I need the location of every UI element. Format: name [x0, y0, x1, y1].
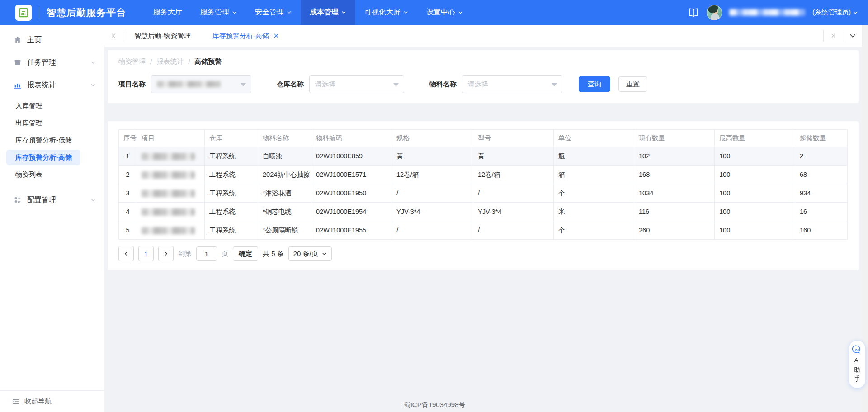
- tab-material-management[interactable]: 智慧后勤-物资管理: [123, 25, 202, 47]
- chevron-down-icon: [287, 10, 292, 15]
- home-icon: [14, 36, 22, 44]
- warehouse-name-select[interactable]: 请选择: [309, 75, 404, 93]
- reports-submenu: 入库管理 出库管理 库存预警分析-低储 库存预警分析-高储 物资列表: [0, 96, 104, 189]
- filter-card: 物资管理 / 报表统计 / 高储预警 项目名称 仓库名称 请选择: [108, 50, 859, 103]
- user-avatar[interactable]: [707, 5, 722, 20]
- table-row: 2 工程系统 2024新中心抽擦手纸 02WJ1000E1571 12卷/箱 1…: [119, 166, 848, 184]
- table-header-row: 序号 项目 仓库 物料名称 物料编码 规格 型号 单位 现有数量 最高数量 超储…: [119, 130, 848, 147]
- ai-assistant-icon: AI: [852, 344, 863, 355]
- col-max-qty: 最高数量: [715, 130, 795, 147]
- tabs-menu-chevron-icon[interactable]: [843, 25, 862, 47]
- sidebar-item-outbound[interactable]: 出库管理: [6, 115, 80, 131]
- page-size-value: 20 条/页: [293, 250, 318, 258]
- project-cell-redacted: [142, 171, 195, 179]
- breadcrumb: 物资管理 / 报表统计 / 高储预警: [118, 57, 848, 66]
- tabs-scroll-right-icon[interactable]: [824, 25, 843, 47]
- table-row: 3 工程系统 *淋浴花洒 02WJ1000E1950 / / 个 1034 10…: [119, 184, 848, 203]
- sidebar-item-config[interactable]: 配置管理: [0, 189, 104, 211]
- sidebar-item-label: 报表统计: [27, 81, 85, 90]
- menu-service-mgmt[interactable]: 服务管理: [191, 0, 246, 25]
- filter-row: 项目名称 仓库名称 请选择 物料名称 请选择: [118, 75, 848, 93]
- project-cell-redacted: [142, 208, 195, 216]
- collapse-nav-label: 收起导航: [24, 397, 52, 406]
- top-navbar: 智慧后勤服务平台 服务大厅 服务管理 安全管理 成本管理 可视化大屏 设置中心: [0, 0, 868, 25]
- menu-dashboard[interactable]: 可视化大屏: [355, 0, 417, 25]
- col-unit: 单位: [554, 130, 634, 147]
- project-name-label: 项目名称: [118, 80, 146, 89]
- col-material: 物料名称: [258, 130, 311, 147]
- goto-page-input[interactable]: 1: [196, 246, 217, 261]
- menu-label: 成本管理: [310, 8, 339, 17]
- manual-book-icon[interactable]: [688, 7, 699, 19]
- col-warehouse: 仓库: [205, 130, 258, 147]
- table-card: 序号 项目 仓库 物料名称 物料编码 规格 型号 单位 现有数量 最高数量 超储…: [108, 121, 859, 270]
- page-number-1[interactable]: 1: [138, 246, 154, 261]
- tab-high-stock-warning[interactable]: 库存预警分析-高储: [202, 25, 290, 47]
- chevron-down-icon: [232, 10, 237, 15]
- sidebar-subitem-label: 入库管理: [15, 102, 42, 110]
- col-model: 型号: [473, 130, 554, 147]
- sidebar-item-tasks[interactable]: 任务管理: [0, 51, 104, 74]
- user-role-dropdown[interactable]: (系统管理员): [812, 8, 858, 17]
- col-excess-qty: 超储数量: [795, 130, 848, 147]
- logo-icon: [18, 7, 29, 18]
- table-row: 5 工程系统 *公厕隔断锁 02WJ1000E1955 / / 个 260 10…: [119, 221, 848, 240]
- brand-divider: [39, 7, 39, 19]
- project-name-value-redacted: [157, 81, 221, 87]
- collapse-nav-button[interactable]: 收起导航: [0, 390, 104, 412]
- tabs-scroll-left-icon[interactable]: [104, 25, 123, 47]
- col-project: 项目: [137, 130, 205, 147]
- sidebar-item-reports[interactable]: 报表统计: [0, 74, 104, 96]
- chevron-down-icon: [322, 251, 327, 256]
- sidebar-subitem-label: 物资列表: [15, 170, 42, 179]
- breadcrumb-level1[interactable]: 物资管理: [118, 57, 146, 66]
- goto-confirm-button[interactable]: 确定: [233, 246, 258, 261]
- menu-cost-mgmt[interactable]: 成本管理: [301, 0, 355, 25]
- sidebar-item-inbound[interactable]: 入库管理: [6, 98, 80, 114]
- project-name-select[interactable]: [151, 75, 251, 93]
- page-content: 物资管理 / 报表统计 / 高储预警 项目名称 仓库名称 请选择: [104, 47, 862, 412]
- chevron-down-icon: [90, 82, 96, 88]
- select-caret-icon: [393, 83, 399, 86]
- search-button[interactable]: 查询: [579, 76, 610, 92]
- main-area: 智慧后勤-物资管理 库存预警分析-高储 物资管理 /: [104, 25, 862, 412]
- top-menu: 服务大厅 服务管理 安全管理 成本管理 可视化大屏 设置中心: [144, 0, 472, 25]
- menu-service-hall[interactable]: 服务大厅: [144, 0, 191, 25]
- tab-label: 智慧后勤-物资管理: [134, 32, 191, 40]
- breadcrumb-level2[interactable]: 报表统计: [156, 57, 184, 66]
- total-count-label: 共 5 条: [263, 250, 284, 258]
- collapse-nav-icon: [12, 398, 20, 406]
- chevron-down-icon: [341, 10, 346, 15]
- close-icon[interactable]: [274, 33, 279, 38]
- page-size-select[interactable]: 20 条/页: [288, 246, 332, 261]
- chevron-down-icon: [403, 10, 408, 15]
- user-role-label: (系统管理员): [812, 8, 851, 17]
- prev-page-button[interactable]: [118, 246, 134, 261]
- sidebar-item-high-stock-warning[interactable]: 库存预警分析-高储: [6, 150, 80, 165]
- sidebar-item-material-list[interactable]: 物资列表: [6, 167, 80, 182]
- navbar-right: (系统管理员): [688, 5, 858, 20]
- menu-security-mgmt[interactable]: 安全管理: [246, 0, 301, 25]
- sidebar: 主页 任务管理 报表统计: [0, 25, 104, 412]
- ai-assistant-button[interactable]: AI AI 助 手: [849, 340, 866, 388]
- pagination: 1 到第 1 页 确定 共 5 条 20 条/页: [118, 246, 848, 264]
- chevron-down-icon: [853, 10, 858, 15]
- ai-assistant-label: AI 助 手: [854, 356, 860, 384]
- sidebar-item-label: 主页: [27, 35, 96, 45]
- sidebar-subitem-label: 库存预警分析-高储: [15, 153, 72, 162]
- reset-button[interactable]: 重置: [618, 76, 647, 92]
- breadcrumb-separator: /: [150, 58, 152, 66]
- sidebar-item-low-stock-warning[interactable]: 库存预警分析-低储: [6, 133, 80, 148]
- material-name-select[interactable]: 请选择: [462, 75, 562, 93]
- warehouse-name-label: 仓库名称: [277, 80, 304, 89]
- col-spec: 规格: [392, 130, 473, 147]
- next-page-button[interactable]: [158, 246, 174, 261]
- menu-settings-center[interactable]: 设置中心: [417, 0, 472, 25]
- chevron-down-icon: [90, 197, 96, 203]
- sidebar-item-home[interactable]: 主页: [0, 28, 104, 51]
- high-stock-table: 序号 项目 仓库 物料名称 物料编码 规格 型号 单位 现有数量 最高数量 超储…: [118, 129, 848, 240]
- sidebar-item-label: 配置管理: [27, 195, 85, 205]
- select-caret-icon: [241, 83, 246, 86]
- sidebar-subitem-label: 库存预警分析-低储: [15, 136, 72, 145]
- menu-label: 安全管理: [255, 8, 284, 17]
